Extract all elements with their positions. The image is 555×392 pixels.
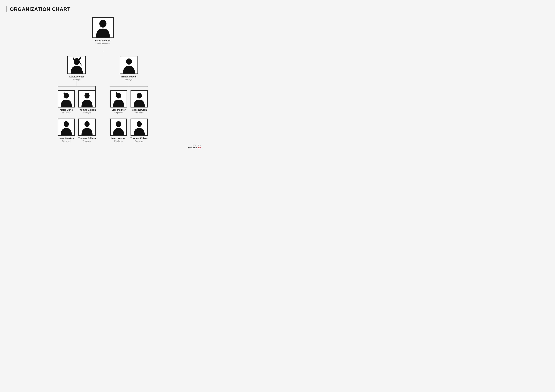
thomas-r2l2-avatar	[78, 119, 96, 136]
thomas-r2r2-name: Thomas Edison	[130, 137, 148, 140]
employee-lise-node: Lise Meitner Employee	[110, 90, 127, 114]
manager-ada-avatar	[67, 56, 86, 74]
marie-avatar	[58, 90, 75, 107]
isaac-r1r2-role: Employee	[135, 112, 143, 114]
manager-ada-node: Ada Lovelace Manager	[67, 56, 86, 81]
blaise-down-connector	[129, 81, 129, 86]
manager-blaise-level: Blaise Pascal Manager	[120, 56, 138, 86]
employee-marie-node: Marie Curie Employee	[58, 90, 75, 114]
manager-ada-name: Ada Lovelace	[69, 75, 85, 78]
ceo-down-connector	[103, 45, 103, 51]
svg-point-6	[85, 121, 89, 127]
isaac-r2l1-avatar	[58, 119, 75, 136]
svg-point-4	[85, 93, 89, 99]
manager-blaise-node: Blaise Pascal Manager	[120, 56, 138, 81]
brand-template: Template	[188, 146, 197, 149]
ada-down-connector	[77, 81, 77, 86]
watermark: CREATED BY TemplateLAB	[188, 145, 201, 149]
lise-role: Employee	[114, 112, 123, 114]
isaac-r2r1-name: Isaac Newton	[111, 137, 126, 140]
thomas1-avatar	[78, 90, 96, 107]
manager-ada-role: Manager	[73, 78, 80, 81]
svg-point-0	[99, 20, 106, 28]
thomas-r2l2-name: Thomas Edison	[78, 137, 96, 140]
lise-avatar	[110, 90, 127, 107]
employee-thomas-r2l2-node: Thomas Edison Employee	[78, 119, 96, 142]
employee-isaac-r2r1-node: Isaac Newton Employee	[110, 119, 127, 142]
marie-name: Marie Curie	[60, 108, 73, 111]
page-title: ORGANIZATION CHART	[6, 6, 199, 12]
left-employees-row1: Marie Curie Employee	[58, 90, 96, 114]
left-employees-row2: Isaac Newton Employee	[58, 119, 96, 142]
svg-point-8	[137, 93, 142, 99]
ceo-node: Isaac Newton CEO & President	[92, 17, 114, 45]
thomas1-role: Employee	[83, 112, 91, 114]
manager-blaise-avatar	[120, 56, 138, 74]
ceo-avatar	[92, 17, 114, 38]
employee-thomas1-node: Thomas Edison Employee	[78, 90, 96, 114]
svg-point-5	[64, 121, 69, 127]
employee-thomas-r2r2-node: Thomas Edison Employee	[130, 119, 148, 142]
thomas1-name: Thomas Edison	[78, 108, 96, 111]
thomas-r2r2-role: Employee	[135, 140, 143, 142]
marie-role: Employee	[62, 112, 70, 114]
isaac-r2r1-role: Employee	[114, 140, 123, 142]
svg-point-2	[126, 58, 132, 65]
employee-isaac-r2l1-node: Isaac Newton Employee	[58, 119, 75, 142]
lise-name: Lise Meitner	[112, 108, 126, 111]
thomas-r2r2-avatar	[131, 119, 148, 136]
isaac-r2r1-avatar	[110, 119, 127, 136]
right-employees-row2: Isaac Newton Employee	[110, 119, 148, 142]
brand-lab: LAB	[197, 146, 201, 149]
employee-isaac-r1r2-node: Isaac Newton Employee	[131, 90, 148, 114]
isaac-r2l1-name: Isaac Newton	[59, 137, 74, 140]
thomas-r2l2-role: Employee	[83, 140, 91, 142]
manager-blaise-name: Blaise Pascal	[121, 75, 137, 78]
isaac-r1r2-name: Isaac Newton	[132, 108, 147, 111]
ceo-name: Isaac Newton	[95, 39, 110, 42]
svg-point-10	[137, 121, 142, 127]
right-employees-row1: Lise Meitner Employee	[110, 90, 148, 114]
manager-blaise-role: Manager	[125, 78, 132, 81]
isaac-r1r2-avatar	[131, 90, 148, 107]
org-chart: Isaac Newton CEO & President	[6, 17, 199, 142]
created-by-label: CREATED BY	[188, 145, 201, 146]
ceo-level: Isaac Newton CEO & President	[92, 17, 114, 51]
ceo-role: CEO & President	[95, 42, 110, 45]
isaac-r2l1-role: Employee	[62, 140, 70, 142]
svg-point-9	[116, 121, 121, 127]
manager-ada-level: Ada Lovelace Manager	[67, 56, 86, 86]
